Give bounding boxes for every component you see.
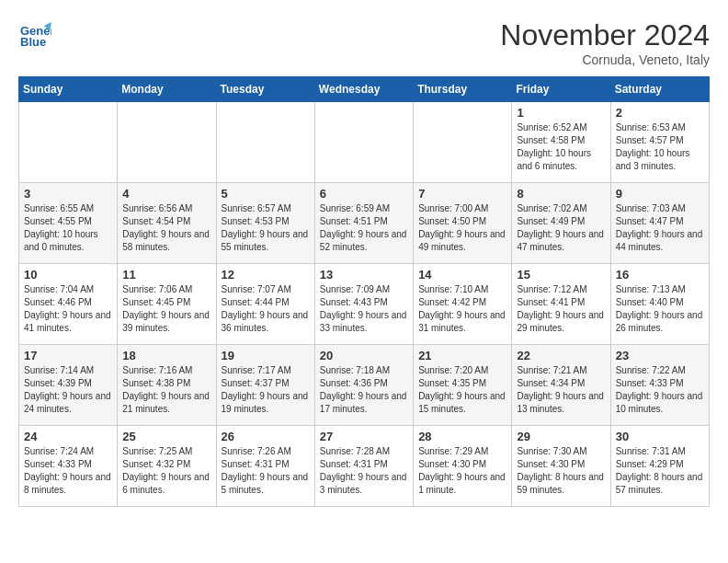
calendar-cell: 19Sunrise: 7:17 AMSunset: 4:37 PMDayligh… bbox=[216, 345, 314, 426]
day-info: Sunrise: 7:04 AMSunset: 4:46 PMDaylight:… bbox=[24, 283, 112, 335]
day-info: Sunrise: 7:30 AMSunset: 4:30 PMDaylight:… bbox=[517, 445, 605, 497]
day-number: 3 bbox=[24, 187, 112, 201]
day-number: 9 bbox=[616, 187, 704, 201]
day-info: Sunrise: 7:25 AMSunset: 4:32 PMDaylight:… bbox=[122, 445, 210, 497]
weekday-header-monday: Monday bbox=[118, 77, 216, 102]
calendar-header: SundayMondayTuesdayWednesdayThursdayFrid… bbox=[19, 77, 710, 102]
calendar-cell: 12Sunrise: 7:07 AMSunset: 4:44 PMDayligh… bbox=[216, 264, 314, 345]
day-info: Sunrise: 6:55 AMSunset: 4:55 PMDaylight:… bbox=[24, 202, 112, 254]
day-info: Sunrise: 7:09 AMSunset: 4:43 PMDaylight:… bbox=[320, 283, 408, 335]
calendar-cell: 6Sunrise: 6:59 AMSunset: 4:51 PMDaylight… bbox=[314, 183, 413, 264]
location: Cornuda, Veneto, Italy bbox=[500, 52, 710, 67]
day-number: 24 bbox=[24, 430, 112, 443]
day-info: Sunrise: 7:17 AMSunset: 4:37 PMDaylight:… bbox=[222, 364, 310, 416]
day-number: 28 bbox=[418, 430, 506, 443]
calendar-cell: 1Sunrise: 6:52 AMSunset: 4:58 PMDaylight… bbox=[512, 102, 610, 183]
day-info: Sunrise: 7:20 AMSunset: 4:35 PMDaylight:… bbox=[418, 364, 506, 416]
day-info: Sunrise: 7:16 AMSunset: 4:38 PMDaylight:… bbox=[122, 364, 210, 416]
day-info: Sunrise: 7:26 AMSunset: 4:31 PMDaylight:… bbox=[222, 445, 310, 497]
day-info: Sunrise: 7:12 AMSunset: 4:41 PMDaylight:… bbox=[517, 283, 605, 335]
day-info: Sunrise: 7:22 AMSunset: 4:33 PMDaylight:… bbox=[616, 364, 704, 416]
calendar-cell: 15Sunrise: 7:12 AMSunset: 4:41 PMDayligh… bbox=[512, 264, 610, 345]
calendar-cell: 18Sunrise: 7:16 AMSunset: 4:38 PMDayligh… bbox=[118, 345, 216, 426]
day-info: Sunrise: 6:57 AMSunset: 4:53 PMDaylight:… bbox=[222, 202, 310, 254]
calendar-cell: 20Sunrise: 7:18 AMSunset: 4:36 PMDayligh… bbox=[314, 345, 413, 426]
day-info: Sunrise: 7:00 AMSunset: 4:50 PMDaylight:… bbox=[418, 202, 506, 254]
svg-text:Blue: Blue bbox=[20, 35, 46, 49]
day-number: 25 bbox=[122, 430, 210, 443]
calendar-cell bbox=[314, 102, 413, 183]
calendar-week-4: 17Sunrise: 7:14 AMSunset: 4:39 PMDayligh… bbox=[19, 345, 710, 426]
calendar-cell: 7Sunrise: 7:00 AMSunset: 4:50 PMDaylight… bbox=[414, 183, 512, 264]
calendar-cell: 17Sunrise: 7:14 AMSunset: 4:39 PMDayligh… bbox=[19, 345, 118, 426]
calendar-table: SundayMondayTuesdayWednesdayThursdayFrid… bbox=[18, 76, 710, 507]
day-number: 23 bbox=[616, 349, 704, 362]
day-info: Sunrise: 6:56 AMSunset: 4:54 PMDaylight:… bbox=[122, 202, 210, 254]
calendar-cell: 3Sunrise: 6:55 AMSunset: 4:55 PMDaylight… bbox=[19, 183, 118, 264]
day-number: 29 bbox=[517, 430, 605, 443]
calendar-cell: 24Sunrise: 7:24 AMSunset: 4:33 PMDayligh… bbox=[19, 426, 118, 507]
day-info: Sunrise: 7:18 AMSunset: 4:36 PMDaylight:… bbox=[320, 364, 408, 416]
day-number: 2 bbox=[616, 106, 704, 120]
day-info: Sunrise: 7:29 AMSunset: 4:30 PMDaylight:… bbox=[418, 445, 506, 497]
day-info: Sunrise: 7:07 AMSunset: 4:44 PMDaylight:… bbox=[222, 283, 310, 335]
calendar-cell bbox=[118, 102, 216, 183]
calendar-week-1: 1Sunrise: 6:52 AMSunset: 4:58 PMDaylight… bbox=[19, 102, 710, 183]
day-number: 10 bbox=[24, 268, 112, 282]
calendar-cell: 22Sunrise: 7:21 AMSunset: 4:34 PMDayligh… bbox=[512, 345, 610, 426]
day-info: Sunrise: 7:10 AMSunset: 4:42 PMDaylight:… bbox=[418, 283, 506, 335]
day-number: 18 bbox=[122, 349, 210, 362]
calendar-week-2: 3Sunrise: 6:55 AMSunset: 4:55 PMDaylight… bbox=[19, 183, 710, 264]
day-number: 15 bbox=[517, 268, 605, 282]
calendar-cell bbox=[414, 102, 512, 183]
day-number: 21 bbox=[418, 349, 506, 362]
day-number: 19 bbox=[222, 349, 310, 362]
day-info: Sunrise: 7:24 AMSunset: 4:33 PMDaylight:… bbox=[24, 445, 112, 497]
title-block: November 2024 Cornuda, Veneto, Italy bbox=[500, 18, 710, 67]
day-info: Sunrise: 6:59 AMSunset: 4:51 PMDaylight:… bbox=[320, 202, 408, 254]
calendar-cell: 8Sunrise: 7:02 AMSunset: 4:49 PMDaylight… bbox=[512, 183, 610, 264]
day-number: 6 bbox=[320, 187, 408, 201]
calendar-cell: 23Sunrise: 7:22 AMSunset: 4:33 PMDayligh… bbox=[610, 345, 709, 426]
logo-icon: General Blue bbox=[18, 18, 51, 52]
day-number: 4 bbox=[122, 187, 210, 201]
calendar-week-3: 10Sunrise: 7:04 AMSunset: 4:46 PMDayligh… bbox=[19, 264, 710, 345]
day-number: 14 bbox=[418, 268, 506, 282]
weekday-header-friday: Friday bbox=[512, 77, 610, 102]
calendar-cell: 4Sunrise: 6:56 AMSunset: 4:54 PMDaylight… bbox=[118, 183, 216, 264]
logo: General Blue bbox=[18, 18, 51, 52]
day-info: Sunrise: 7:13 AMSunset: 4:40 PMDaylight:… bbox=[616, 283, 704, 335]
calendar-cell: 11Sunrise: 7:06 AMSunset: 4:45 PMDayligh… bbox=[118, 264, 216, 345]
day-info: Sunrise: 7:14 AMSunset: 4:39 PMDaylight:… bbox=[24, 364, 112, 416]
calendar-cell: 10Sunrise: 7:04 AMSunset: 4:46 PMDayligh… bbox=[19, 264, 118, 345]
calendar-cell: 14Sunrise: 7:10 AMSunset: 4:42 PMDayligh… bbox=[414, 264, 512, 345]
day-number: 30 bbox=[616, 430, 704, 443]
calendar-cell: 30Sunrise: 7:31 AMSunset: 4:29 PMDayligh… bbox=[610, 426, 709, 507]
day-number: 12 bbox=[222, 268, 310, 282]
day-number: 20 bbox=[320, 349, 408, 362]
day-number: 1 bbox=[517, 106, 605, 120]
day-number: 17 bbox=[24, 349, 112, 362]
calendar-cell: 21Sunrise: 7:20 AMSunset: 4:35 PMDayligh… bbox=[414, 345, 512, 426]
weekday-header-sunday: Sunday bbox=[19, 77, 118, 102]
day-info: Sunrise: 7:21 AMSunset: 4:34 PMDaylight:… bbox=[517, 364, 605, 416]
day-number: 13 bbox=[320, 268, 408, 282]
calendar-cell bbox=[19, 102, 118, 183]
calendar-cell: 26Sunrise: 7:26 AMSunset: 4:31 PMDayligh… bbox=[216, 426, 314, 507]
day-info: Sunrise: 6:53 AMSunset: 4:57 PMDaylight:… bbox=[616, 121, 704, 173]
calendar-cell: 25Sunrise: 7:25 AMSunset: 4:32 PMDayligh… bbox=[118, 426, 216, 507]
calendar-cell: 27Sunrise: 7:28 AMSunset: 4:31 PMDayligh… bbox=[314, 426, 413, 507]
calendar-cell: 29Sunrise: 7:30 AMSunset: 4:30 PMDayligh… bbox=[512, 426, 610, 507]
month-title: November 2024 bbox=[500, 18, 710, 52]
weekday-header-wednesday: Wednesday bbox=[314, 77, 413, 102]
day-info: Sunrise: 7:03 AMSunset: 4:47 PMDaylight:… bbox=[616, 202, 704, 254]
page-header: General Blue November 2024 Cornuda, Vene… bbox=[18, 18, 710, 67]
calendar-cell: 5Sunrise: 6:57 AMSunset: 4:53 PMDaylight… bbox=[216, 183, 314, 264]
day-number: 7 bbox=[418, 187, 506, 201]
weekday-header-saturday: Saturday bbox=[610, 77, 709, 102]
weekday-header-tuesday: Tuesday bbox=[216, 77, 314, 102]
day-number: 16 bbox=[616, 268, 704, 282]
day-number: 11 bbox=[122, 268, 210, 282]
day-number: 8 bbox=[517, 187, 605, 201]
calendar-cell bbox=[216, 102, 314, 183]
